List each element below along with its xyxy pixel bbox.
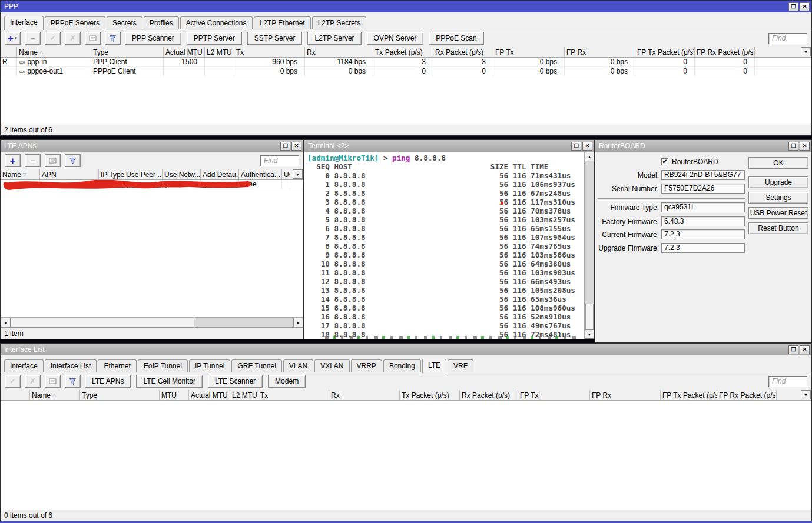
horizontal-scrollbar[interactable]: ◄ ► xyxy=(1,317,303,327)
tab-eoip-tunnel[interactable]: EoIP Tunnel xyxy=(138,359,188,372)
usb-power-reset-button[interactable]: USB Power Reset xyxy=(748,207,808,219)
column-header-rx-packet-p-s[interactable]: Rx Packet (p/s) xyxy=(433,47,493,57)
column-header-apn[interactable]: APN xyxy=(40,169,99,179)
find-input[interactable] xyxy=(260,155,299,166)
find-input[interactable] xyxy=(768,376,807,387)
interface-list-titlebar[interactable]: Interface List ❒ ✕ xyxy=(1,344,811,355)
ok-button[interactable]: OK xyxy=(748,157,808,169)
vertical-scrollbar[interactable]: ▲ ▼ xyxy=(584,152,594,339)
tab-interface[interactable]: Interface xyxy=(4,359,44,372)
scroll-down-icon[interactable]: ▼ xyxy=(585,329,594,339)
column-header-use-netw[interactable]: Use Netw... xyxy=(163,169,201,179)
column-header-tx[interactable]: Tx xyxy=(234,47,305,57)
tab-secrets[interactable]: Secrets xyxy=(107,16,142,29)
maximize-icon[interactable]: ❒ xyxy=(788,345,798,354)
routerboard-titlebar[interactable]: RouterBOARD ❒ ✕ xyxy=(595,140,811,152)
lte-apns-button[interactable]: LTE APNs xyxy=(85,375,131,388)
enable-button[interactable]: ✓ xyxy=(45,32,61,45)
column-header-fp-rx[interactable]: FP Rx xyxy=(590,390,661,400)
find-input[interactable] xyxy=(768,33,807,44)
column-header-ip-type[interactable]: IP Type xyxy=(99,169,124,179)
column-header-l2-mtu[interactable]: L2 MTU xyxy=(230,390,258,400)
filter-button[interactable] xyxy=(65,154,81,167)
add-button[interactable]: + xyxy=(5,154,21,167)
terminal-output[interactable]: [admin@MikroTik] > ping 8.8.8.8 SEQ HOST… xyxy=(304,152,594,339)
column-header-name[interactable]: Name△ xyxy=(17,47,91,57)
column-select-dropdown[interactable]: ▼ xyxy=(293,169,303,179)
column-header-use-peer[interactable]: Use Peer ... xyxy=(124,169,163,179)
disable-button[interactable]: ✗ xyxy=(65,32,81,45)
column-header-authentica[interactable]: Authentica... xyxy=(239,169,282,179)
tab-bonding[interactable]: Bonding xyxy=(383,359,421,372)
sstp-server-button[interactable]: SSTP Server xyxy=(247,32,303,45)
column-header-fp-rx-packet-p-s[interactable]: FP Rx Packet (p/s) xyxy=(717,390,777,400)
column-header-rx[interactable]: Rx xyxy=(305,47,373,57)
upgrade-button[interactable]: Upgrade xyxy=(748,176,808,188)
column-header-tx[interactable]: Tx xyxy=(258,390,329,400)
ppp-titlebar[interactable]: PPP ❒ ✕ xyxy=(1,1,811,12)
column-header-tx-packet-p-s[interactable]: Tx Packet (p/s) xyxy=(373,47,433,57)
tab-interface[interactable]: Interface xyxy=(4,16,44,30)
column-header-rx-packet-p-s[interactable]: Rx Packet (p/s) xyxy=(460,390,518,400)
scrollbar-track[interactable] xyxy=(194,318,293,327)
lte-apns-titlebar[interactable]: LTE APNs ❒ ✕ xyxy=(1,140,303,152)
disable-button[interactable]: ✗ xyxy=(25,375,41,388)
column-header-actual-mtu[interactable]: Actual MTU xyxy=(189,390,230,400)
maximize-icon[interactable]: ❒ xyxy=(280,142,290,151)
column-header-type[interactable]: Type xyxy=(91,47,164,57)
pppoe-scan-button[interactable]: PPPoE Scan xyxy=(429,32,483,45)
tab-ip-tunnel[interactable]: IP Tunnel xyxy=(189,359,230,372)
table-row[interactable]: «»pppoe-out1PPPoE Client0 bps0 bps000 bp… xyxy=(1,67,811,76)
settings-button[interactable]: Settings xyxy=(748,192,808,204)
maximize-icon[interactable]: ❒ xyxy=(788,142,798,151)
close-icon[interactable]: ✕ xyxy=(291,142,301,151)
table-row[interactable]: IPv4yesyesyesnone xyxy=(1,180,303,189)
column-header-l2-mtu[interactable]: L2 MTU xyxy=(205,47,234,57)
tab-l2tp-secrets[interactable]: L2TP Secrets xyxy=(312,16,366,29)
pptp-server-button[interactable]: PPTP Server xyxy=(187,32,242,45)
add-button[interactable]: +▼ xyxy=(5,32,21,45)
tab-pppoe-servers[interactable]: PPPoE Servers xyxy=(45,16,105,29)
close-icon[interactable]: ✕ xyxy=(800,2,810,11)
filter-button[interactable] xyxy=(65,375,81,388)
tab-lte[interactable]: LTE xyxy=(422,359,446,373)
terminal-titlebar[interactable]: Terminal <2> ❒ ✕ xyxy=(304,140,594,152)
scroll-right-icon[interactable]: ► xyxy=(293,318,303,327)
column-header-rx[interactable]: Rx xyxy=(329,390,400,400)
column-header-use[interactable]: Use xyxy=(282,169,290,179)
comment-button[interactable] xyxy=(45,154,61,167)
tab-vlan[interactable]: VLAN xyxy=(283,359,313,372)
tab-vrf[interactable]: VRF xyxy=(448,359,473,372)
routerboard-checkbox[interactable]: ✔ xyxy=(661,158,668,165)
remove-button[interactable]: − xyxy=(25,32,41,45)
lte-scanner-button[interactable]: LTE Scanner xyxy=(208,375,263,388)
remove-button[interactable]: − xyxy=(25,154,41,167)
reset-button-button[interactable]: Reset Button xyxy=(748,222,808,234)
tab-vrrp[interactable]: VRRP xyxy=(351,359,382,372)
scroll-left-icon[interactable]: ◄ xyxy=(1,318,11,327)
tab-ethernet[interactable]: Ethernet xyxy=(98,359,136,372)
column-header-fp-tx[interactable]: FP Tx xyxy=(518,390,590,400)
column-header-fp-tx-packet-p-s[interactable]: FP Tx Packet (p/s) xyxy=(661,390,717,400)
modem-button[interactable]: Modem xyxy=(268,375,306,388)
ppp-scanner-button[interactable]: PPP Scanner xyxy=(125,32,181,45)
maximize-icon[interactable]: ❒ xyxy=(571,142,581,151)
scrollbar-thumb[interactable] xyxy=(11,318,194,327)
column-header-type[interactable]: Type xyxy=(80,390,160,400)
column-header-fp-tx-packet-p-s[interactable]: FP Tx Packet (p/s) xyxy=(635,47,695,57)
close-icon[interactable]: ✕ xyxy=(800,345,810,354)
scroll-up-icon[interactable]: ▲ xyxy=(585,152,594,161)
comment-button[interactable] xyxy=(45,375,61,388)
comment-button[interactable] xyxy=(85,32,101,45)
filter-button[interactable] xyxy=(105,32,121,45)
tab-active-connections[interactable]: Active Connections xyxy=(180,16,253,29)
ovpn-server-button[interactable]: OVPN Server xyxy=(367,32,424,45)
column-header-fp-tx[interactable]: FP Tx xyxy=(493,47,565,57)
maximize-icon[interactable]: ❒ xyxy=(788,2,798,11)
tab-vxlan[interactable]: VXLAN xyxy=(314,359,349,372)
column-header-state[interactable] xyxy=(1,390,30,400)
column-select-dropdown[interactable]: ▼ xyxy=(801,390,811,399)
close-icon[interactable]: ✕ xyxy=(582,142,592,151)
column-header-name[interactable]: Name▽ xyxy=(1,169,40,179)
tab-interface-list[interactable]: Interface List xyxy=(45,359,97,372)
